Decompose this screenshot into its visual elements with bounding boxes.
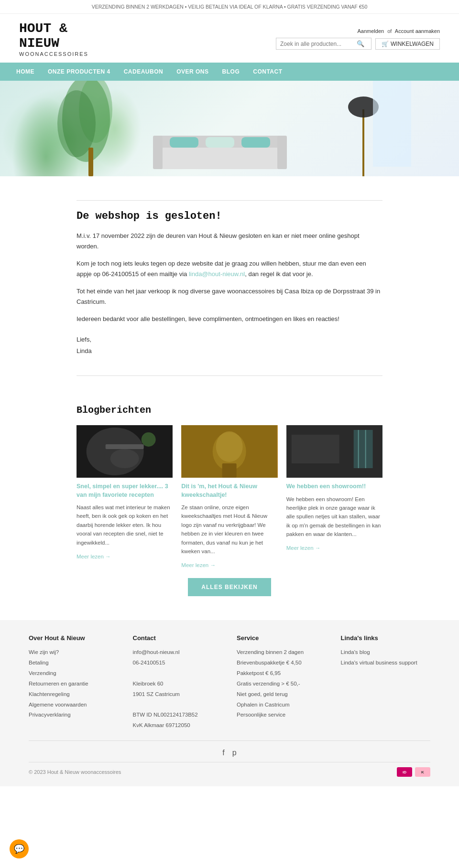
- footer-col-about: Over Hout & Nieuw Wie zijn wij? Betaling…: [29, 634, 119, 731]
- nav-home[interactable]: HOME: [10, 63, 41, 81]
- svg-rect-8: [170, 137, 198, 148]
- blog-section: Blogberichten Snel, simpel en super lekk…: [38, 400, 421, 620]
- footer-col2-title: Contact: [133, 634, 223, 642]
- facebook-link[interactable]: f: [222, 749, 224, 757]
- footer-link-retourneren[interactable]: Retourneren en garantie: [29, 679, 119, 689]
- nav-products[interactable]: ONZE PRODUCTEN 4: [41, 63, 117, 81]
- cart-label: WINKELWAGEN: [391, 41, 434, 47]
- shipping-bar: VERZENDING BINNEN 2 WERKDAGEN • VEILIG B…: [0, 0, 459, 14]
- blog-card-text-3: We hebben een showroom! Een heerlijke pl…: [286, 495, 382, 539]
- logo-sub: WOONACCESSOIRES: [19, 51, 88, 57]
- header-main: HOUT & NIEUW WOONACCESSOIRES Aanmelden o…: [0, 14, 459, 63]
- footer-service-3: Pakketpost € 6,95: [237, 668, 327, 679]
- bekijken-button[interactable]: ALLES BEKIJKEN: [188, 578, 271, 596]
- blog-card-title-3: We hebben een showroom!!: [286, 482, 382, 491]
- footer-col3-title: Service: [237, 634, 327, 642]
- header-right: Aanmelden of Account aanmaken 🔍 🛒 WINKEL…: [276, 28, 440, 50]
- nav-blog[interactable]: BLOG: [216, 63, 247, 81]
- svg-rect-3: [88, 148, 93, 176]
- para1: M.i.v. 17 november 2022 zijn de deuren v…: [76, 231, 382, 252]
- search-button[interactable]: 🔍: [357, 40, 364, 47]
- meer-lezen-2[interactable]: Meer lezen →: [181, 562, 216, 568]
- footer-address1: Kleibroek 60: [133, 679, 223, 689]
- svg-rect-22: [222, 463, 237, 478]
- signature-line1: Liefs,: [76, 334, 382, 345]
- blog-svg-1: [76, 425, 173, 478]
- svg-rect-25: [291, 435, 339, 463]
- footer-link-verzending[interactable]: Verzending: [29, 668, 119, 679]
- footer-service-2: Brievenbuspakketje € 4,50: [237, 658, 327, 668]
- footer-col-links: Linda's links Linda's blog Linda's virtu…: [341, 634, 431, 731]
- footer-link-wie[interactable]: Wie zijn wij?: [29, 647, 119, 658]
- blog-card-text-2: Ze staan online, onze eigen kweekschaalt…: [181, 503, 277, 556]
- account-links: Aanmelden of Account aanmaken: [357, 28, 440, 34]
- search-input[interactable]: [280, 41, 357, 47]
- header: VERZENDING BINNEN 2 WERKDAGEN • VEILIG B…: [0, 0, 459, 81]
- svg-rect-24: [353, 430, 372, 468]
- blog-grid: Snel, simpel en super lekker.... 3 van m…: [76, 425, 382, 568]
- svg-point-17: [110, 449, 139, 468]
- svg-rect-16: [106, 444, 144, 449]
- footer-service-6: Ophalen in Castricum: [237, 700, 327, 710]
- svg-rect-10: [241, 137, 270, 148]
- svg-rect-9: [206, 137, 234, 148]
- cart-icon: 🛒: [382, 41, 389, 47]
- nav-over-ons[interactable]: OVER ONS: [170, 63, 215, 81]
- hero-image: [0, 81, 459, 176]
- blog-card-text-1: Naast alles wat met interieur te maken h…: [76, 503, 173, 547]
- para3: Tot het einde van het jaar verkoop ik no…: [76, 286, 382, 307]
- meer-lezen-1[interactable]: Meer lezen →: [76, 554, 111, 559]
- cart-button[interactable]: 🛒 WINKELWAGEN: [375, 38, 440, 50]
- klarna-icon: K: [415, 767, 430, 777]
- footer-link-privacy[interactable]: Privacyverklaring: [29, 710, 119, 720]
- signature: Liefs, Linda: [76, 334, 382, 356]
- divider-top: [76, 200, 382, 201]
- svg-point-21: [216, 431, 243, 462]
- signature-line2: Linda: [76, 345, 382, 356]
- meer-lezen-3[interactable]: Meer lezen →: [286, 545, 321, 551]
- blog-image-1: [76, 425, 173, 478]
- para2-after: , dan regel ik dat voor je.: [245, 270, 313, 278]
- footer-link-betaling[interactable]: Betaling: [29, 658, 119, 668]
- footer-service-7: Persoonlijke service: [237, 710, 327, 720]
- copyright: © 2023 Hout & Nieuw woonaccessoires: [29, 769, 121, 775]
- footer-service-4: Gratis verzending > € 50,-: [237, 679, 327, 689]
- footer-link-voorwaarden[interactable]: Algemene voorwaarden: [29, 700, 119, 710]
- footer-spacer2: [133, 700, 223, 710]
- aanmelden-link[interactable]: Aanmelden: [357, 28, 384, 34]
- footer-phone: 06-24100515: [133, 658, 223, 668]
- blog-card-2: Dit is 'm, het Hout & Nieuw kweekschaalt…: [181, 425, 277, 568]
- blog-card-3: We hebben een showroom!! We hebben een s…: [286, 425, 382, 568]
- footer-address2: 1901 SZ Castricum: [133, 689, 223, 700]
- footer-grid: Over Hout & Nieuw Wie zijn wij? Betaling…: [29, 634, 430, 731]
- closed-title: De webshop is gesloten!: [76, 210, 382, 222]
- footer-email: info@hout-nieuw.nl: [133, 647, 223, 658]
- svg-point-2: [57, 90, 96, 157]
- footer-col-contact: Contact info@hout-nieuw.nl 06-24100515 K…: [133, 634, 223, 731]
- divider-bottom: [76, 375, 382, 376]
- footer-kvk: KvK Alkmaar 69712050: [133, 720, 223, 731]
- nav-contact[interactable]: CONTACT: [246, 63, 289, 81]
- footer-bottom: © 2023 Hout & Nieuw woonaccessoires iD K: [29, 762, 430, 777]
- footer-lindas-blog[interactable]: Linda's blog: [341, 647, 431, 658]
- account-aanmaken-link[interactable]: Account aanmaken: [395, 28, 440, 34]
- search-cart-row: 🔍 🛒 WINKELWAGEN: [276, 38, 440, 50]
- footer-col1-title: Over Hout & Nieuw: [29, 634, 119, 642]
- ideal-icon: iD: [397, 767, 412, 777]
- logo-text: HOUT & NIEUW: [19, 21, 88, 51]
- search-box: 🔍: [276, 38, 372, 50]
- blog-title: Blogberichten: [76, 405, 382, 416]
- footer-social: f p: [29, 740, 430, 762]
- svg-rect-7: [277, 136, 287, 169]
- nav-cadeaubon[interactable]: CADEAUBON: [117, 63, 170, 81]
- footer: Over Hout & Nieuw Wie zijn wij? Betaling…: [0, 620, 459, 786]
- footer-lindas-virtual[interactable]: Linda's virtual business support: [341, 658, 431, 668]
- pinterest-link[interactable]: p: [232, 749, 237, 757]
- blog-card-1: Snel, simpel en super lekker.... 3 van m…: [76, 425, 173, 568]
- blog-card-title-2: Dit is 'm, het Hout & Nieuw kweekschaalt…: [181, 482, 277, 499]
- footer-link-klachten[interactable]: Klachtenregeling: [29, 689, 119, 700]
- footer-btw: BTW ID NL002124173B52: [133, 710, 223, 720]
- email-link[interactable]: linda@hout-nieuw.nl: [189, 270, 245, 278]
- bekijken-wrap: ALLES BEKIJKEN: [76, 568, 382, 611]
- nav-bar: HOME ONZE PRODUCTEN 4 CADEAUBON OVER ONS…: [0, 63, 459, 81]
